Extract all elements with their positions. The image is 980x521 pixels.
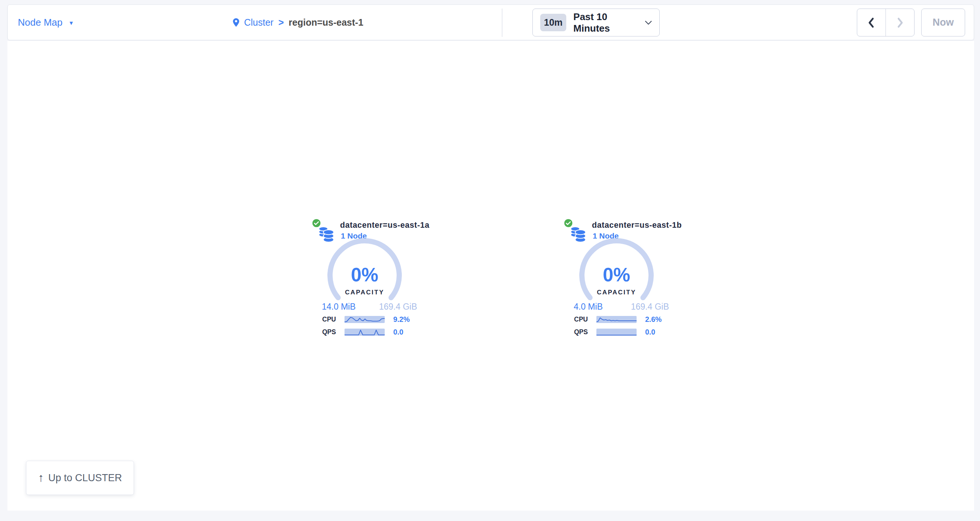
cpu-label: CPU — [322, 315, 345, 323]
cpu-value: 9.2% — [393, 315, 410, 324]
capacity-range: 14.0 MiB 169.4 GiB — [322, 302, 417, 312]
view-selector-dropdown[interactable]: Node Map ▼ — [18, 5, 74, 40]
view-selector-label: Node Map — [18, 17, 62, 28]
location-pin-icon — [233, 18, 239, 27]
qps-metric-row: QPS 0.0 — [322, 328, 403, 336]
up-to-cluster-label: Up to CLUSTER — [48, 472, 122, 484]
time-step-back-button[interactable] — [857, 9, 886, 36]
time-range-label: Past 10 Minutes — [573, 11, 644, 34]
datacenter-card-us-east-1b[interactable]: datacenter=us-east-1b 1 Node 0% CAPACITY… — [564, 218, 692, 341]
up-to-cluster-button[interactable]: ↑ Up to CLUSTER — [26, 461, 134, 495]
capacity-label: CAPACITY — [328, 289, 402, 296]
qps-label: QPS — [574, 328, 597, 336]
cpu-sparkline — [345, 316, 385, 323]
capacity-label: CAPACITY — [579, 289, 654, 296]
capacity-percent: 0% — [579, 264, 654, 286]
capacity-used: 4.0 MiB — [574, 302, 603, 312]
qps-sparkline — [345, 328, 385, 336]
breadcrumb-cluster-link[interactable]: Cluster — [244, 17, 274, 28]
qps-metric-row: QPS 0.0 — [574, 328, 655, 336]
arrow-up-icon: ↑ — [38, 471, 44, 484]
time-step-forward-button[interactable] — [886, 9, 914, 36]
chevron-right-icon — [895, 17, 905, 29]
qps-value: 0.0 — [645, 328, 655, 336]
time-range-badge: 10m — [540, 14, 566, 31]
datacenter-title: datacenter=us-east-1a — [340, 221, 430, 230]
qps-value: 0.0 — [393, 328, 403, 336]
breadcrumb-current-region: region=us-east-1 — [289, 17, 363, 28]
datacenter-card-us-east-1a[interactable]: datacenter=us-east-1a 1 Node 0% CAPACITY… — [312, 218, 440, 341]
capacity-total: 169.4 GiB — [631, 302, 669, 312]
datacenter-title: datacenter=us-east-1b — [592, 221, 682, 230]
now-button[interactable]: Now — [921, 8, 965, 37]
cpu-metric-row: CPU 9.2% — [322, 315, 410, 324]
chevron-down-icon — [645, 21, 652, 25]
qps-label: QPS — [322, 328, 345, 336]
cpu-value: 2.6% — [645, 315, 662, 324]
cpu-metric-row: CPU 2.6% — [574, 315, 662, 324]
caret-down-icon: ▼ — [68, 19, 74, 26]
cpu-sparkline — [597, 316, 636, 323]
capacity-range: 4.0 MiB 169.4 GiB — [574, 302, 669, 312]
time-step-buttons — [857, 8, 915, 37]
qps-sparkline — [597, 328, 636, 336]
capacity-total: 169.4 GiB — [379, 302, 417, 312]
time-range-dropdown[interactable]: 10m Past 10 Minutes — [532, 8, 660, 37]
breadcrumb-separator: > — [278, 17, 284, 28]
top-toolbar: Node Map ▼ Cluster > region=us-east-1 10… — [8, 5, 974, 40]
capacity-used: 14.0 MiB — [322, 302, 356, 312]
node-map-canvas: datacenter=us-east-1a 1 Node 0% CAPACITY… — [8, 41, 974, 511]
breadcrumb: Cluster > region=us-east-1 — [233, 5, 363, 40]
capacity-percent: 0% — [328, 264, 402, 286]
chevron-left-icon — [867, 17, 876, 29]
cpu-label: CPU — [574, 315, 597, 323]
toolbar-divider — [502, 8, 502, 37]
